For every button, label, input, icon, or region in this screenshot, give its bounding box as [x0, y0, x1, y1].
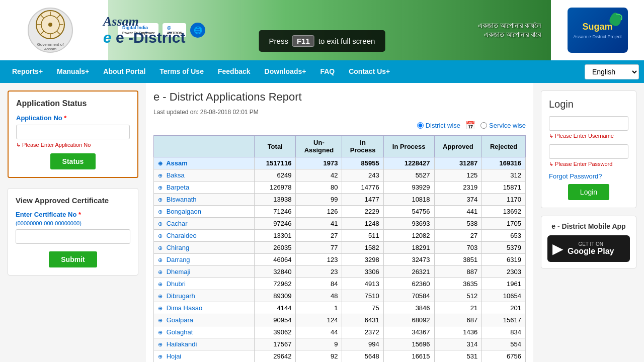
expand-btn[interactable]: ⊕ [158, 281, 163, 287]
total-cell: 71246 [255, 206, 296, 218]
mobile-app-title: e - District Mobile App [547, 222, 630, 230]
password-input[interactable] [549, 144, 628, 159]
table-row: ⊕ Dima Hasao 4144 1 75 3846 21 201 [154, 302, 526, 314]
district-name[interactable]: Dima Hasao [167, 304, 203, 312]
district-name[interactable]: Dhemaji [167, 268, 191, 276]
table-scroll[interactable]: Total Un-Assigned InProcess In Process A… [153, 135, 526, 362]
district-name[interactable]: Biswanath [167, 196, 197, 203]
rejected-cell: 27 [434, 230, 482, 242]
google-play-button[interactable]: ▶ GET IT ON Google Play [547, 235, 630, 262]
expand-btn[interactable]: ⊕ [158, 269, 163, 275]
excel-icon[interactable]: 📅 [465, 121, 475, 130]
district-wise-radio[interactable]: District wise [417, 122, 460, 129]
total-cell: 26035 [255, 242, 296, 254]
district-name[interactable]: Charaideo [167, 232, 197, 239]
district-name[interactable]: Chirang [167, 244, 190, 251]
expand-btn[interactable]: ⊕ [158, 245, 163, 251]
approved-cell: 93929 [383, 182, 434, 194]
table-row: ⊕ Dibrugarh 89309 48 7510 70584 512 1065… [154, 290, 526, 302]
district-name[interactable]: Cachar [167, 220, 188, 227]
cert-no-input[interactable] [16, 229, 130, 244]
username-input[interactable] [549, 116, 628, 131]
nav-feedback[interactable]: Feedback [211, 60, 258, 83]
expand-btn[interactable]: ⊕ [158, 257, 163, 263]
login-title: Login [549, 99, 628, 110]
expand-btn[interactable]: ⊕ [158, 353, 163, 359]
login-button[interactable]: Login [568, 184, 609, 200]
nav-reports[interactable]: Reports+ [5, 60, 50, 83]
nav-faq[interactable]: FAQ [313, 60, 342, 83]
district-name[interactable]: Barpeta [167, 184, 190, 191]
inprocess-cell: 5648 [342, 350, 383, 363]
district-name[interactable]: Bongaigaon [167, 208, 201, 215]
nav-manuals[interactable]: Manuals+ [50, 60, 96, 83]
reverted-cell: 201 [482, 302, 526, 314]
col-header-inprocess: InProcess [342, 136, 383, 157]
cert-title: View Approved Certificate [16, 196, 130, 205]
nav-contact[interactable]: Contact Us+ [342, 60, 397, 83]
approved-cell: 68092 [383, 314, 434, 326]
district-name[interactable]: Darrang [167, 256, 190, 263]
district-name[interactable]: Dhubri [167, 280, 186, 288]
expand-btn[interactable]: ⊕ [158, 160, 163, 166]
district-name[interactable]: Hailakandi [167, 340, 197, 348]
expand-btn[interactable]: ⊕ [158, 221, 163, 227]
table-row: ⊕ Hailakandi 17567 9 994 15696 314 554 [154, 338, 526, 350]
expand-btn[interactable]: ⊕ [158, 233, 163, 239]
total-cell: 126978 [255, 182, 296, 194]
forgot-password[interactable]: Forgot Password? [549, 172, 628, 180]
unassigned-cell: 9 [296, 338, 342, 350]
total-cell: 13938 [255, 194, 296, 206]
status-button[interactable]: Status [50, 153, 96, 169]
header-title-edistrict: e e -District [103, 29, 185, 46]
reverted-cell: 2303 [482, 266, 526, 278]
inprocess-cell: 3298 [342, 254, 383, 266]
assamese-text-1: একজাত আপোনার কাষলৈ [478, 21, 541, 30]
rejected-cell: 3851 [434, 254, 482, 266]
unassigned-cell: 1 [296, 302, 342, 314]
expand-btn[interactable]: ⊕ [158, 305, 163, 311]
rejected-cell: 3635 [434, 278, 482, 290]
table-row: ⊕ Cachar 97246 41 1248 93693 538 1705 [154, 218, 526, 230]
nav-downloads[interactable]: Downloads+ [258, 60, 313, 83]
district-name[interactable]: Golaghat [167, 328, 193, 336]
unassigned-cell: 44 [296, 326, 342, 338]
district-name[interactable]: Baksa [167, 171, 185, 179]
reverted-cell: 15617 [482, 314, 526, 326]
district-name[interactable]: Dibrugarh [167, 292, 195, 300]
approved-cell: 1228427 [383, 157, 434, 169]
total-cell: 29642 [255, 350, 296, 363]
service-wise-radio[interactable]: Service wise [480, 122, 526, 129]
table-row: ⊕ Golaghat 39062 44 2372 34367 1436 834 [154, 326, 526, 338]
nav-about[interactable]: About Portal [96, 60, 152, 83]
submit-button[interactable]: Submit [49, 251, 97, 267]
inprocess-cell: 1248 [342, 218, 383, 230]
total-cell: 90954 [255, 314, 296, 326]
reverted-cell: 13692 [482, 206, 526, 218]
expand-btn[interactable]: ⊕ [158, 293, 163, 299]
expand-btn[interactable]: ⊕ [158, 317, 163, 323]
unassigned-cell: 80 [296, 182, 342, 194]
language-select[interactable]: English Assamese [585, 64, 639, 79]
reverted-cell: 312 [482, 169, 526, 182]
expand-btn[interactable]: ⊕ [158, 209, 163, 215]
google-play-text: Google Play [568, 247, 614, 256]
col-header-approved: In Process [383, 136, 434, 157]
expand-btn[interactable]: ⊕ [158, 341, 163, 347]
expand-btn[interactable]: ⊕ [158, 172, 163, 178]
total-cell: 89309 [255, 290, 296, 302]
expand-btn[interactable]: ⊕ [158, 329, 163, 335]
app-no-input[interactable] [16, 125, 130, 139]
unassigned-cell: 123 [296, 254, 342, 266]
inprocess-cell: 511 [342, 230, 383, 242]
district-name[interactable]: Assam [166, 159, 188, 167]
district-name[interactable]: Hojai [167, 352, 182, 360]
expand-btn[interactable]: ⊕ [158, 197, 163, 203]
col-header-reverted: Rejected [482, 136, 526, 157]
district-name[interactable]: Goalpara [167, 316, 193, 324]
approved-cell: 12082 [383, 230, 434, 242]
expand-btn[interactable]: ⊕ [158, 185, 163, 191]
nav-terms[interactable]: Terms of Use [152, 60, 211, 83]
login-box: Login Please Enter Username Please Enter… [541, 90, 636, 208]
inprocess-cell: 14776 [342, 182, 383, 194]
